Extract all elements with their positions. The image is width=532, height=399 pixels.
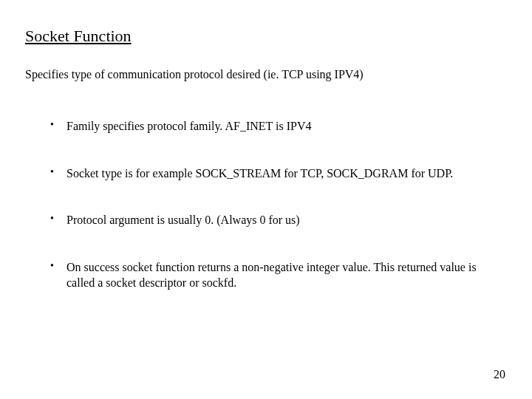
bullet-list: Family specifies protocol family. AF_INE…	[25, 118, 507, 291]
list-item: Family specifies protocol family. AF_INE…	[50, 118, 507, 134]
slide: Socket Function Specifies type of commun…	[0, 0, 532, 399]
list-item: Protocol argument is usually 0. (Always …	[50, 212, 507, 228]
slide-subtitle: Specifies type of communication protocol…	[25, 68, 507, 81]
page-number: 20	[494, 368, 505, 381]
slide-title: Socket Function	[25, 27, 507, 46]
list-item: Socket type is for example SOCK_STREAM f…	[50, 166, 507, 182]
list-item: On success socket function returns a non…	[50, 259, 507, 291]
